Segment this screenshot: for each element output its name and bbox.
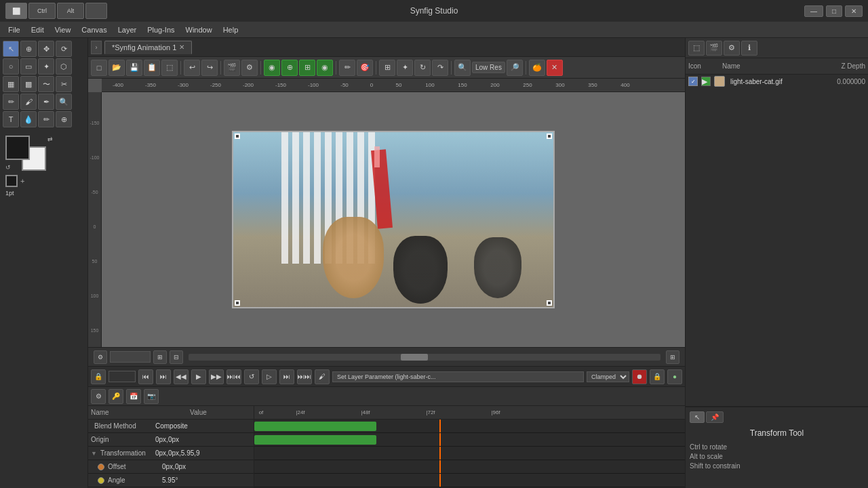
smooth-tool-btn[interactable]: 〜: [38, 76, 54, 92]
tool-tab-arrow[interactable]: ↖: [690, 411, 705, 423]
mode-other[interactable]: [85, 3, 107, 19]
move-tool-btn[interactable]: ✥: [38, 41, 54, 57]
select-tool-btn[interactable]: ↖: [3, 41, 19, 57]
tl-settings-btn[interactable]: ⚙: [91, 389, 106, 404]
draw-tool-btn[interactable]: ✏: [3, 94, 19, 110]
text-tool-btn[interactable]: T: [3, 111, 19, 127]
go-start-btn[interactable]: ⏮: [138, 369, 153, 384]
prop-offset[interactable]: Offset 0px,0px: [88, 460, 254, 474]
checker-tool-btn[interactable]: ▩: [20, 76, 37, 92]
mode-alt[interactable]: Alt: [57, 3, 84, 19]
tl-camera-btn[interactable]: 📷: [144, 389, 159, 404]
select-mode-btn[interactable]: ⊕: [281, 60, 298, 76]
zoom-tool-btn[interactable]: 🔍: [56, 94, 72, 110]
canvas-settings-btn[interactable]: ⚙: [94, 350, 107, 364]
next-keyframe-btn[interactable]: ⏭⏮: [226, 369, 241, 384]
poly-tool-btn[interactable]: ⬡: [56, 58, 72, 75]
edit-mode-btn[interactable]: ✏: [339, 60, 355, 76]
link-btn[interactable]: 🎯: [357, 60, 373, 76]
prop-origin[interactable]: Origin 0px,0px: [88, 433, 254, 447]
layer-canvas-btn[interactable]: ⬚: [688, 41, 705, 56]
tl-keyframe-btn[interactable]: 📅: [126, 389, 141, 404]
sketch-tool-btn[interactable]: ✏: [38, 111, 54, 127]
paint-tool-btn[interactable]: 🖌: [20, 94, 37, 110]
save-btn[interactable]: 💾: [126, 60, 142, 76]
zoom-out-btn[interactable]: 🔍: [454, 60, 471, 76]
menu-layer[interactable]: Layer: [113, 24, 142, 35]
mode-ctrl[interactable]: Ctrl: [28, 3, 56, 19]
eye-tool-btn[interactable]: 💧: [20, 111, 37, 127]
play-fwd-btn[interactable]: ⏭: [279, 369, 294, 384]
transform-mode-btn[interactable]: ⊞: [299, 60, 315, 76]
grid-toggle-btn[interactable]: ⊞: [666, 350, 679, 364]
render-btn[interactable]: ⬚: [161, 60, 178, 76]
cut-tool-btn[interactable]: ✂: [56, 76, 72, 92]
mode-normal[interactable]: ⬜: [5, 3, 27, 19]
play-btn[interactable]: ▶: [191, 369, 206, 384]
tl-bar-origin[interactable]: [254, 435, 376, 445]
gradient-tool-btn[interactable]: ▦: [3, 76, 19, 92]
save-as-btn[interactable]: 📋: [144, 60, 160, 76]
menu-plugins[interactable]: Plug-Ins: [142, 24, 180, 35]
foreground-color-swatch[interactable]: [5, 136, 30, 160]
maximize-button[interactable]: □: [826, 5, 842, 17]
open-btn[interactable]: 📂: [108, 60, 125, 76]
add-waypoint-btn[interactable]: 🔒: [650, 369, 665, 384]
star-tool-btn[interactable]: ✦: [38, 58, 54, 75]
play-end-btn[interactable]: ⏭⏭: [297, 369, 312, 384]
scrollbar-thumb[interactable]: [401, 354, 428, 361]
cursor-mode-btn[interactable]: ◉: [264, 60, 280, 76]
tool-tab-pin[interactable]: 📌: [706, 411, 724, 423]
prop-transformation[interactable]: ▼Transformation 0px,0px,5.95,9: [88, 447, 254, 460]
rotate-btn[interactable]: ↷: [432, 60, 448, 76]
minimize-button[interactable]: —: [804, 5, 823, 17]
frame-input[interactable]: 35f: [108, 371, 136, 382]
magnify-tool-btn[interactable]: ⊕: [56, 111, 72, 127]
prop-blend-method[interactable]: Blend Method Composite: [88, 420, 254, 433]
canvas-viewport[interactable]: [102, 92, 685, 347]
menu-edit[interactable]: Edit: [26, 24, 50, 35]
animate-mode-btn[interactable]: ●: [667, 369, 682, 384]
zoom-fit-btn[interactable]: ⊞: [153, 350, 167, 364]
plus-btn[interactable]: +: [20, 177, 24, 185]
undo-btn[interactable]: ↩: [184, 60, 200, 76]
tl-add-param-btn[interactable]: 🔑: [108, 389, 123, 404]
reset-colors-btn[interactable]: ↺: [5, 164, 11, 171]
menu-view[interactable]: View: [50, 24, 77, 35]
refresh-btn[interactable]: ↻: [414, 60, 431, 76]
onion-skin-btn[interactable]: 🖌: [315, 369, 330, 384]
bounce-btn[interactable]: ▷: [262, 369, 277, 384]
circle-tool-btn[interactable]: ○: [3, 58, 19, 75]
outline-color[interactable]: [5, 175, 18, 187]
close-view-btn[interactable]: ✕: [547, 60, 563, 76]
layer-expand-arrow[interactable]: ▶: [701, 77, 711, 86]
handle-tr[interactable]: [547, 134, 552, 139]
layer-settings-btn[interactable]: ⚙: [724, 41, 740, 56]
layer-visibility-checkbox[interactable]: ✓: [688, 77, 698, 86]
loop-btn[interactable]: ↺: [244, 369, 259, 384]
rotate-tool-btn[interactable]: ⟳: [56, 41, 72, 57]
loop-mode-select[interactable]: Clamped Loop Bounce: [587, 371, 629, 382]
export-btn[interactable]: 🍊: [529, 60, 545, 76]
handle-bl[interactable]: [235, 300, 240, 306]
rect-tool-btn[interactable]: ▭: [20, 58, 37, 75]
node-mode-btn[interactable]: ◉: [317, 60, 333, 76]
settings-btn[interactable]: ⚙: [241, 60, 258, 76]
tab-expand-btn[interactable]: ›: [91, 41, 102, 54]
zoom-in-btn[interactable]: 🔎: [507, 60, 523, 76]
redo-btn[interactable]: ↪: [201, 60, 218, 76]
tl-bar-blend[interactable]: [254, 422, 376, 431]
tab-close-btn[interactable]: ✕: [179, 43, 184, 51]
record-btn[interactable]: ⏺: [632, 369, 647, 384]
layer-render-btn[interactable]: 🎬: [706, 41, 722, 56]
snap-btn[interactable]: ✦: [397, 60, 413, 76]
step-forward-btn[interactable]: ▶▶: [209, 369, 224, 384]
swap-colors-btn[interactable]: ⇄: [47, 136, 53, 142]
animation-tab[interactable]: *Synfig Animation 1 ✕: [104, 41, 192, 54]
zoom-out-canvas-btn[interactable]: ⊟: [170, 350, 183, 364]
prev-keyframe-btn[interactable]: ⏭: [156, 369, 171, 384]
transform-tool-btn[interactable]: ⊕: [20, 41, 37, 57]
menu-help[interactable]: Help: [218, 24, 244, 35]
canvas-scrollbar-h[interactable]: [189, 354, 660, 361]
prop-angle[interactable]: Angle 5.95°: [88, 474, 254, 487]
